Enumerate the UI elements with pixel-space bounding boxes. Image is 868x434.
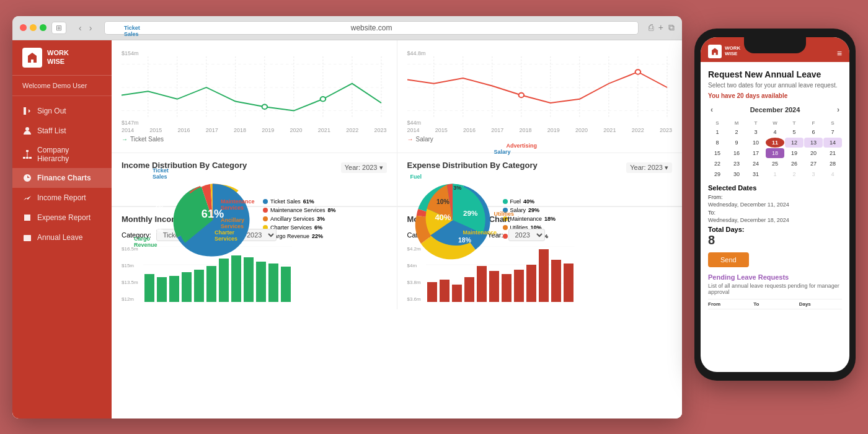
browser-url[interactable]: website.com [104,21,638,35]
cal-day-14[interactable]: 14 [823,138,842,148]
cal-header-w: W [766,119,784,127]
cal-day-13[interactable]: 13 [804,138,823,148]
cal-day-15[interactable]: 15 [708,148,727,158]
svg-rect-2 [23,157,25,159]
income-bar-panel: Monthly Income BarChart Category: Ticket… [112,207,397,309]
svg-rect-50 [194,270,204,302]
chevron-down-icon: ▾ [379,164,383,172]
svg-text:29%: 29% [463,209,477,217]
cal-day-16[interactable]: 16 [727,148,746,158]
cal-day-2[interactable]: 2 [727,127,746,137]
cal-day-11[interactable]: 11 [766,138,784,148]
line-chart-x-labels-left: 20142015201620172018 2019202020212022202… [122,127,387,133]
cal-day-31[interactable]: 31 [746,169,765,179]
cal-day-1[interactable]: 1 [708,127,727,137]
calendar: ‹ December 2024 › S M T W T F S [708,104,842,179]
sidebar-item-annualleave[interactable]: Annual Leave [12,228,112,247]
cal-day-9[interactable]: 9 [727,138,746,148]
cal-day-21[interactable]: 21 [823,148,842,158]
income-y-axis: $16.5m $15m $13.5m $12m [122,246,141,302]
ticket-sales-chart-area [122,56,387,118]
cal-day-20[interactable]: 20 [804,148,823,158]
cal-header-t2: T [785,119,804,127]
cal-day-8[interactable]: 8 [708,138,727,148]
cal-day-23[interactable]: 23 [727,159,746,169]
pending-col-to: To [753,301,796,307]
expense-pie-panel: Expense Distribution By Category Year: 2… [397,153,683,206]
expense-year-select[interactable]: 2023 [508,229,545,241]
sidebar-item-expensereport[interactable]: Expense Report [12,208,112,228]
to-value: Wednesday, December 18, 2024 [708,217,842,223]
income-year-selector[interactable]: Year: 2023 ▾ [341,162,387,173]
cal-day-24[interactable]: 24 [746,159,765,169]
cal-day-18[interactable]: 18 [766,148,784,158]
income-pie-panel: Income Distribution By Category Year: 20… [112,153,397,206]
cal-day-19[interactable]: 19 [785,148,804,158]
cal-day-12[interactable]: 12 [785,138,804,148]
salary-legend: → Salary [407,136,673,143]
cal-day-6[interactable]: 6 [804,127,823,137]
cal-day-10[interactable]: 10 [746,138,765,148]
svg-rect-66 [477,266,487,302]
phone-menu-icon[interactable]: ≡ [837,48,842,58]
cal-day-30[interactable]: 30 [727,169,746,179]
expense-year-selector[interactable]: Year: 2023 ▾ [626,162,672,173]
cal-day-3[interactable]: 3 [746,127,765,137]
sidebar-label-financecharts: Finance Charts [37,174,91,182]
cal-day-4[interactable]: 4 [766,127,784,137]
new-tab-icon[interactable]: + [658,22,663,33]
pending-title: Pending Leave Requests [708,273,842,281]
svg-rect-51 [206,266,216,302]
cal-day-headers: S M T W T F S [708,119,842,127]
back-btn[interactable]: ‹ [76,22,84,34]
cal-day-26[interactable]: 26 [785,159,804,169]
phone-logo: WORK WISE [708,45,740,58]
browser-nav: ‹ › [76,22,94,34]
pie-charts-section: Income Distribution By Category Year: 20… [112,153,682,206]
svg-rect-57 [281,267,291,302]
cal-day-17[interactable]: 17 [746,148,765,158]
share-icon[interactable]: ⎙ [649,22,653,33]
svg-rect-64 [452,285,462,302]
cal-day-25[interactable]: 25 [766,159,784,169]
browser-window: ⊞ ‹ › website.com ⎙ + ⧉ [12,16,682,418]
cal-day-next-4[interactable]: 4 [823,169,842,179]
svg-rect-68 [502,274,512,302]
forward-btn[interactable]: › [87,22,95,34]
cal-day-7[interactable]: 7 [823,127,842,137]
from-label: From: [708,194,842,200]
sidebar-label-annualleave: Annual Leave [37,233,82,242]
send-button[interactable]: Send [708,252,749,267]
sidebar-item-signout[interactable]: Sign Out [12,101,112,121]
copy-icon[interactable]: ⧉ [668,22,675,33]
cal-day-29[interactable]: 29 [708,169,727,179]
sidebar-item-hierarchy[interactable]: Company Hierarchy [12,141,112,168]
selected-dates-title: Selected Dates [708,184,842,192]
cal-prev-btn[interactable]: ‹ [708,104,715,115]
svg-point-20 [321,97,326,102]
sidebar-item-financecharts[interactable]: Finance Charts [12,168,112,188]
close-dot[interactable] [20,24,27,31]
svg-rect-53 [231,255,241,302]
sidebar-item-incomereport[interactable]: Income Report [12,188,112,208]
svg-rect-46 [144,274,154,302]
cal-day-5[interactable]: 5 [785,127,804,137]
svg-point-19 [262,104,268,109]
cal-day-next-2[interactable]: 2 [785,169,804,179]
phone-content: Request New Annual Leave Select two date… [701,62,849,372]
cal-day-next-3[interactable]: 3 [804,169,823,179]
cal-day-next-1[interactable]: 1 [766,169,784,179]
maximize-dot[interactable] [40,24,46,31]
ticket-sales-linechart: $154m [112,40,397,153]
minimize-dot[interactable] [30,24,37,31]
cal-day-28[interactable]: 28 [823,159,842,169]
cal-day-27[interactable]: 27 [804,159,823,169]
svg-rect-67 [489,271,499,302]
svg-rect-6 [24,235,31,241]
logo-icon [22,48,42,68]
cal-day-22[interactable]: 22 [708,159,727,169]
cal-next-btn[interactable]: › [835,104,842,115]
mobile-phone: WORK WISE ≡ Request New Annual Leave Sel… [694,29,856,381]
sidebar-item-stafflist[interactable]: Staff List [12,121,112,141]
cal-header-s1: S [708,119,727,127]
